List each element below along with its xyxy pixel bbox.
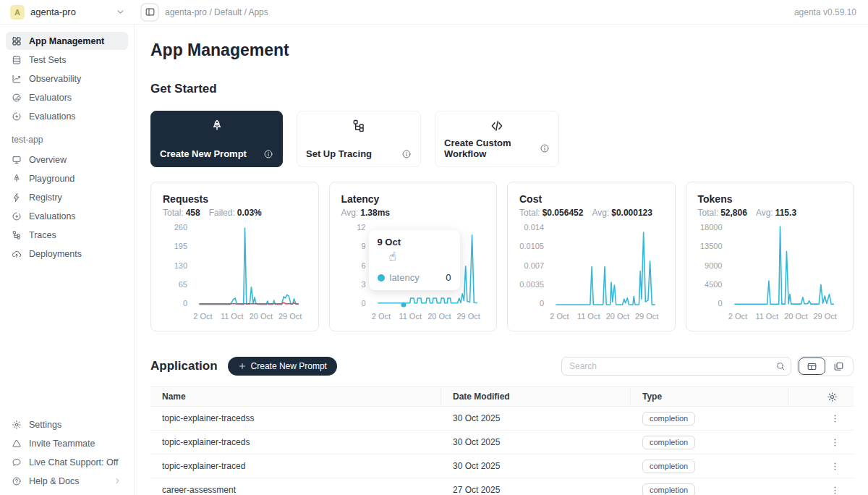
sidebar-item-test-sets[interactable]: Test Sets bbox=[6, 51, 128, 69]
sidebar-item-label: Overview bbox=[29, 155, 122, 165]
chart-tooltip: 9 Oct☝latency0 bbox=[369, 230, 460, 290]
app-type-cell: completion bbox=[631, 483, 788, 495]
create-custom-workflow-card[interactable]: Create Custom Workflow bbox=[435, 111, 559, 167]
y-tick-label: 18000 bbox=[700, 224, 723, 232]
sidebar-toggle-button[interactable] bbox=[140, 3, 159, 22]
app-name[interactable]: career-assessment bbox=[150, 485, 441, 495]
sidebar-item-live-chat-support-off[interactable]: Live Chat Support: Off bbox=[6, 453, 128, 471]
info-icon[interactable] bbox=[540, 143, 550, 153]
app-type-cell: completion bbox=[631, 436, 788, 449]
search-icon[interactable] bbox=[770, 358, 791, 375]
sidebar-item-deployments[interactable]: Deployments bbox=[6, 245, 128, 263]
column-header-type[interactable]: Type bbox=[631, 387, 788, 406]
type-badge: completion bbox=[642, 460, 695, 473]
x-tick-label: 11 Oct bbox=[577, 312, 600, 321]
sidebar-item-evaluations[interactable]: Evaluations bbox=[6, 107, 128, 125]
search-input[interactable] bbox=[562, 361, 770, 371]
row-actions-cell bbox=[788, 461, 854, 472]
workspace-switcher[interactable]: A agenta-pro bbox=[0, 5, 135, 20]
app-root: A agenta-pro agenta-pro / Default / Apps… bbox=[0, 0, 868, 495]
sidebar-item-label: Test Sets bbox=[29, 55, 122, 65]
table-row[interactable]: career-assessment27 Oct 2025completion bbox=[150, 478, 854, 495]
spiral-icon bbox=[12, 211, 22, 221]
info-icon[interactable] bbox=[263, 149, 273, 159]
column-header-date-modified[interactable]: Date Modified bbox=[441, 387, 631, 406]
gear-icon[interactable] bbox=[827, 392, 838, 402]
sidebar-item-label: Evaluations bbox=[29, 111, 122, 122]
sidebar-item-registry[interactable]: Registry bbox=[6, 188, 128, 206]
table-view-icon bbox=[807, 361, 817, 372]
plot-area[interactable] bbox=[550, 227, 663, 305]
chart-plot: 0.0140.01050.0070.003502 Oct11 Oct20 Oct… bbox=[519, 227, 663, 321]
get-started-cards: Create New Prompt Set Up Tracing Create … bbox=[150, 111, 854, 167]
card-view-button[interactable] bbox=[825, 358, 852, 375]
app-name[interactable]: topic-explainer-traceds bbox=[150, 437, 441, 447]
more-actions-icon[interactable] bbox=[830, 413, 841, 424]
more-actions-icon[interactable] bbox=[830, 485, 841, 495]
x-tick-label: 11 Oct bbox=[755, 312, 778, 321]
table-row[interactable]: topic-explainer-traced30 Oct 2025complet… bbox=[150, 454, 854, 478]
y-tick-label: 4500 bbox=[705, 281, 722, 289]
get-started-title: Get Started bbox=[150, 82, 854, 96]
sidebar-item-playground[interactable]: Playground bbox=[6, 169, 128, 187]
type-badge: completion bbox=[642, 436, 695, 449]
set-up-tracing-card[interactable]: Set Up Tracing bbox=[297, 111, 421, 167]
sidebar-item-invite-teammate[interactable]: Invite Teammate bbox=[6, 434, 128, 452]
table-view-button[interactable] bbox=[799, 358, 825, 375]
tracing-icon bbox=[306, 119, 412, 133]
more-actions-icon[interactable] bbox=[830, 461, 841, 472]
y-tick-label: 13500 bbox=[700, 242, 723, 250]
type-badge: completion bbox=[642, 483, 695, 495]
triangle-icon bbox=[12, 439, 22, 449]
x-tick-label: 2 Oct bbox=[193, 312, 212, 321]
y-tick-label: 260 bbox=[174, 224, 187, 232]
sidebar-group-label: test-app bbox=[12, 135, 128, 145]
sidebar-item-overview[interactable]: Overview bbox=[6, 151, 128, 169]
gear-icon bbox=[12, 420, 22, 430]
y-tick-label: 195 bbox=[174, 242, 187, 250]
sidebar-item-app-management[interactable]: App Management bbox=[6, 32, 128, 50]
sidebar-item-label: Settings bbox=[29, 420, 122, 430]
tooltip-value: 0 bbox=[446, 272, 451, 283]
sidebar-item-label: Deployments bbox=[29, 249, 122, 259]
y-axis: 129630 bbox=[341, 224, 372, 308]
chat-icon bbox=[12, 457, 22, 468]
sidebar-item-evaluations[interactable]: Evaluations bbox=[6, 207, 128, 225]
create-new-prompt-card[interactable]: Create New Prompt bbox=[150, 111, 283, 167]
x-tick-label: 2 Oct bbox=[550, 312, 569, 321]
create-new-prompt-button[interactable]: Create New Prompt bbox=[228, 357, 337, 376]
type-badge: completion bbox=[642, 412, 695, 426]
x-axis: 2 Oct11 Oct20 Oct29 Oct bbox=[550, 312, 663, 321]
plot-area[interactable] bbox=[193, 227, 307, 305]
x-tick-label: 20 Oct bbox=[784, 312, 807, 321]
y-tick-label: 0.0035 bbox=[519, 281, 544, 289]
app-name[interactable]: topic-explainer-traced bbox=[150, 461, 441, 471]
table-row[interactable]: topic-explainer-tracedss30 Oct 2025compl… bbox=[150, 407, 854, 431]
table-row[interactable]: topic-explainer-traceds30 Oct 2025comple… bbox=[150, 431, 854, 454]
info-icon[interactable] bbox=[401, 149, 412, 159]
sidebar-item-traces[interactable]: Traces bbox=[6, 226, 128, 244]
sidebar-item-evaluators[interactable]: Evaluators bbox=[6, 88, 128, 106]
series-dot-icon bbox=[378, 274, 385, 282]
sidebar-item-help-docs[interactable]: Help & Docs bbox=[6, 472, 128, 490]
sidebar-item-settings[interactable]: Settings bbox=[6, 415, 128, 433]
sidebar-item-label: Registry bbox=[29, 192, 122, 203]
sidebar-item-label: Live Chat Support: Off bbox=[29, 457, 122, 468]
chart-stats: Total:52,806Avg:115.3 bbox=[698, 208, 842, 218]
latency-chart-card: Latency Avg:1.38ms 1296302 Oct11 Oct20 O… bbox=[329, 182, 498, 331]
column-header-name[interactable]: Name bbox=[150, 387, 441, 406]
main-content: App Management Get Started Create New Pr… bbox=[135, 25, 868, 495]
y-tick-label: 9000 bbox=[705, 262, 722, 270]
x-tick-label: 29 Oct bbox=[635, 312, 658, 321]
plot-area[interactable] bbox=[728, 227, 842, 305]
app-type-cell: completion bbox=[631, 460, 788, 473]
rocket-icon bbox=[160, 119, 273, 133]
more-actions-icon[interactable] bbox=[830, 437, 841, 448]
metrics-charts: Requests Total:458Failed:0.03% 260195130… bbox=[150, 182, 854, 331]
breadcrumb[interactable]: agenta-pro / Default / Apps bbox=[165, 7, 268, 17]
x-tick-label: 29 Oct bbox=[813, 312, 836, 321]
app-name[interactable]: topic-explainer-tracedss bbox=[150, 413, 441, 423]
chart-plot: 18000135009000450002 Oct11 Oct20 Oct29 O… bbox=[698, 227, 842, 321]
sidebar-item-observability[interactable]: Observability bbox=[6, 69, 128, 88]
trend-icon bbox=[12, 74, 22, 84]
